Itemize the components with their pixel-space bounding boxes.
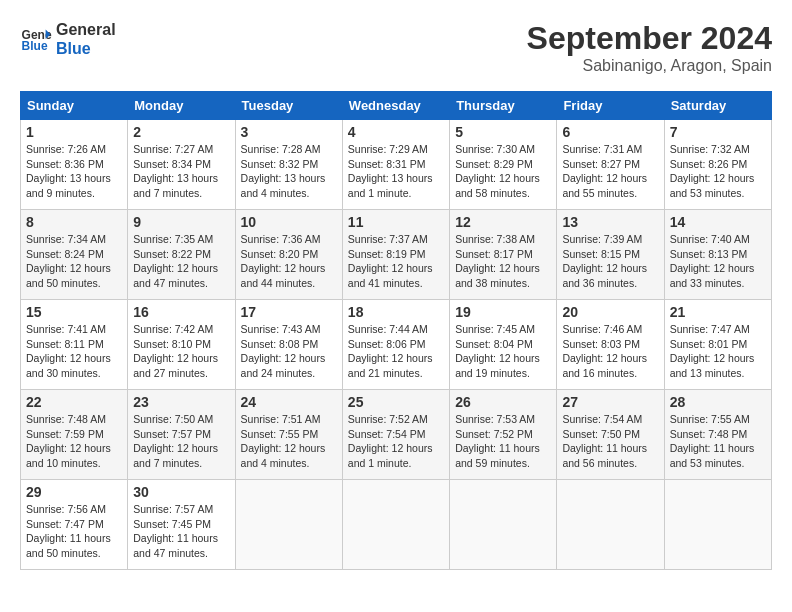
col-thursday: Thursday [450,92,557,120]
day-number: 9 [133,214,229,230]
day-number: 11 [348,214,444,230]
header-row: Sunday Monday Tuesday Wednesday Thursday… [21,92,772,120]
day-number: 28 [670,394,766,410]
month-title: September 2024 [527,20,772,57]
day-info: Sunrise: 7:41 AMSunset: 8:11 PMDaylight:… [26,322,122,381]
table-cell: 28Sunrise: 7:55 AMSunset: 7:48 PMDayligh… [664,390,771,480]
day-number: 4 [348,124,444,140]
day-info: Sunrise: 7:36 AMSunset: 8:20 PMDaylight:… [241,232,337,291]
day-number: 26 [455,394,551,410]
day-number: 18 [348,304,444,320]
col-saturday: Saturday [664,92,771,120]
day-number: 6 [562,124,658,140]
day-number: 20 [562,304,658,320]
table-row: 8Sunrise: 7:34 AMSunset: 8:24 PMDaylight… [21,210,772,300]
table-cell: 16Sunrise: 7:42 AMSunset: 8:10 PMDayligh… [128,300,235,390]
day-info: Sunrise: 7:50 AMSunset: 7:57 PMDaylight:… [133,412,229,471]
page-header: General Blue General Blue September 2024… [20,20,772,75]
day-info: Sunrise: 7:27 AMSunset: 8:34 PMDaylight:… [133,142,229,201]
table-cell: 18Sunrise: 7:44 AMSunset: 8:06 PMDayligh… [342,300,449,390]
table-cell: 23Sunrise: 7:50 AMSunset: 7:57 PMDayligh… [128,390,235,480]
logo: General Blue General Blue [20,20,116,58]
table-cell: 11Sunrise: 7:37 AMSunset: 8:19 PMDayligh… [342,210,449,300]
col-wednesday: Wednesday [342,92,449,120]
day-number: 17 [241,304,337,320]
table-cell: 17Sunrise: 7:43 AMSunset: 8:08 PMDayligh… [235,300,342,390]
table-row: 29Sunrise: 7:56 AMSunset: 7:47 PMDayligh… [21,480,772,570]
day-info: Sunrise: 7:30 AMSunset: 8:29 PMDaylight:… [455,142,551,201]
day-number: 24 [241,394,337,410]
table-cell: 14Sunrise: 7:40 AMSunset: 8:13 PMDayligh… [664,210,771,300]
table-cell: 2Sunrise: 7:27 AMSunset: 8:34 PMDaylight… [128,120,235,210]
day-info: Sunrise: 7:42 AMSunset: 8:10 PMDaylight:… [133,322,229,381]
day-info: Sunrise: 7:29 AMSunset: 8:31 PMDaylight:… [348,142,444,201]
day-info: Sunrise: 7:53 AMSunset: 7:52 PMDaylight:… [455,412,551,471]
day-info: Sunrise: 7:40 AMSunset: 8:13 PMDaylight:… [670,232,766,291]
logo-icon: General Blue [20,23,52,55]
table-cell: 1Sunrise: 7:26 AMSunset: 8:36 PMDaylight… [21,120,128,210]
calendar-table: Sunday Monday Tuesday Wednesday Thursday… [20,91,772,570]
table-row: 1Sunrise: 7:26 AMSunset: 8:36 PMDaylight… [21,120,772,210]
table-cell: 15Sunrise: 7:41 AMSunset: 8:11 PMDayligh… [21,300,128,390]
day-info: Sunrise: 7:46 AMSunset: 8:03 PMDaylight:… [562,322,658,381]
day-number: 21 [670,304,766,320]
day-number: 7 [670,124,766,140]
col-monday: Monday [128,92,235,120]
table-row: 22Sunrise: 7:48 AMSunset: 7:59 PMDayligh… [21,390,772,480]
logo-line2: Blue [56,39,116,58]
day-info: Sunrise: 7:34 AMSunset: 8:24 PMDaylight:… [26,232,122,291]
day-number: 12 [455,214,551,230]
day-info: Sunrise: 7:37 AMSunset: 8:19 PMDaylight:… [348,232,444,291]
day-number: 8 [26,214,122,230]
day-number: 5 [455,124,551,140]
table-cell: 24Sunrise: 7:51 AMSunset: 7:55 PMDayligh… [235,390,342,480]
day-number: 29 [26,484,122,500]
day-info: Sunrise: 7:28 AMSunset: 8:32 PMDaylight:… [241,142,337,201]
day-info: Sunrise: 7:52 AMSunset: 7:54 PMDaylight:… [348,412,444,471]
day-number: 1 [26,124,122,140]
day-number: 13 [562,214,658,230]
table-cell: 6Sunrise: 7:31 AMSunset: 8:27 PMDaylight… [557,120,664,210]
day-number: 16 [133,304,229,320]
table-row: 15Sunrise: 7:41 AMSunset: 8:11 PMDayligh… [21,300,772,390]
table-cell: 5Sunrise: 7:30 AMSunset: 8:29 PMDaylight… [450,120,557,210]
table-cell: 8Sunrise: 7:34 AMSunset: 8:24 PMDaylight… [21,210,128,300]
location: Sabinanigo, Aragon, Spain [527,57,772,75]
svg-text:Blue: Blue [22,39,48,53]
day-info: Sunrise: 7:56 AMSunset: 7:47 PMDaylight:… [26,502,122,561]
table-cell [557,480,664,570]
day-info: Sunrise: 7:35 AMSunset: 8:22 PMDaylight:… [133,232,229,291]
day-info: Sunrise: 7:48 AMSunset: 7:59 PMDaylight:… [26,412,122,471]
day-info: Sunrise: 7:31 AMSunset: 8:27 PMDaylight:… [562,142,658,201]
col-friday: Friday [557,92,664,120]
day-info: Sunrise: 7:43 AMSunset: 8:08 PMDaylight:… [241,322,337,381]
table-cell: 3Sunrise: 7:28 AMSunset: 8:32 PMDaylight… [235,120,342,210]
table-cell: 29Sunrise: 7:56 AMSunset: 7:47 PMDayligh… [21,480,128,570]
day-number: 10 [241,214,337,230]
day-info: Sunrise: 7:38 AMSunset: 8:17 PMDaylight:… [455,232,551,291]
table-cell: 21Sunrise: 7:47 AMSunset: 8:01 PMDayligh… [664,300,771,390]
day-number: 30 [133,484,229,500]
day-number: 27 [562,394,658,410]
day-number: 2 [133,124,229,140]
table-cell: 12Sunrise: 7:38 AMSunset: 8:17 PMDayligh… [450,210,557,300]
table-cell [235,480,342,570]
day-info: Sunrise: 7:54 AMSunset: 7:50 PMDaylight:… [562,412,658,471]
day-number: 14 [670,214,766,230]
title-block: September 2024 Sabinanigo, Aragon, Spain [527,20,772,75]
table-cell [342,480,449,570]
day-number: 19 [455,304,551,320]
col-sunday: Sunday [21,92,128,120]
table-cell: 22Sunrise: 7:48 AMSunset: 7:59 PMDayligh… [21,390,128,480]
day-number: 15 [26,304,122,320]
day-info: Sunrise: 7:39 AMSunset: 8:15 PMDaylight:… [562,232,658,291]
day-info: Sunrise: 7:57 AMSunset: 7:45 PMDaylight:… [133,502,229,561]
logo-line1: General [56,20,116,39]
table-cell: 13Sunrise: 7:39 AMSunset: 8:15 PMDayligh… [557,210,664,300]
day-number: 3 [241,124,337,140]
table-cell: 4Sunrise: 7:29 AMSunset: 8:31 PMDaylight… [342,120,449,210]
table-cell: 27Sunrise: 7:54 AMSunset: 7:50 PMDayligh… [557,390,664,480]
table-cell: 30Sunrise: 7:57 AMSunset: 7:45 PMDayligh… [128,480,235,570]
day-number: 22 [26,394,122,410]
day-info: Sunrise: 7:32 AMSunset: 8:26 PMDaylight:… [670,142,766,201]
